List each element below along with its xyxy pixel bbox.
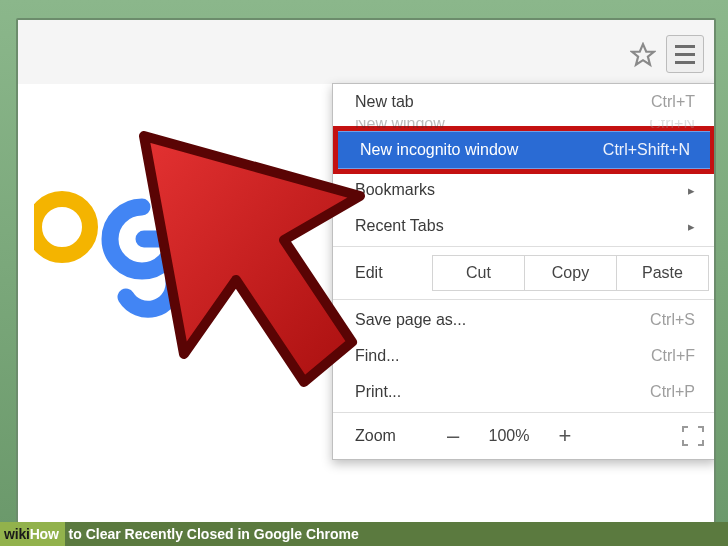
- menu-label: New window: [355, 120, 445, 128]
- edit-paste-button[interactable]: Paste: [616, 255, 709, 291]
- bookmark-star-icon[interactable]: [630, 42, 656, 68]
- menu-shortcut: Ctrl+Shift+N: [603, 141, 690, 159]
- submenu-arrow-icon: ▸: [688, 219, 695, 234]
- menu-item-recent-tabs[interactable]: Recent Tabs ▸: [333, 208, 715, 244]
- menu-label: New incognito window: [360, 141, 518, 159]
- menu-label: New tab: [355, 93, 414, 111]
- fullscreen-icon[interactable]: [681, 425, 705, 447]
- menu-label: Print...: [355, 383, 401, 401]
- brand-wiki: wiki: [4, 526, 30, 542]
- menu-shortcut: Ctrl+P: [650, 383, 695, 401]
- menu-label: Edit: [355, 264, 433, 282]
- menu-item-new-window[interactable]: New window Ctrl+N: [333, 120, 715, 128]
- menu-label: Zoom: [355, 427, 433, 445]
- zoom-out-button[interactable]: –: [433, 426, 473, 446]
- wikihow-badge: wikiHow: [0, 522, 65, 546]
- menu-item-save-page-as[interactable]: Save page as... Ctrl+S: [333, 302, 715, 338]
- submenu-arrow-icon: ▸: [688, 183, 695, 198]
- menu-item-new-incognito-window[interactable]: New incognito window Ctrl+Shift+N: [338, 131, 710, 169]
- caption-bar: wikiHow to Clear Recently Closed in Goog…: [0, 522, 728, 546]
- svg-point-1: [34, 199, 90, 255]
- zoom-value: 100%: [473, 427, 545, 445]
- svg-marker-0: [632, 44, 654, 65]
- menu-item-bookmarks[interactable]: Bookmarks ▸: [333, 172, 715, 208]
- toolbar: [18, 20, 714, 86]
- zoom-in-button[interactable]: +: [545, 426, 585, 446]
- menu-separator: [333, 299, 715, 300]
- menu-label: Save page as...: [355, 311, 466, 329]
- menu-edit-row: Edit Cut Copy Paste: [333, 249, 715, 297]
- menu-separator: [333, 246, 715, 247]
- caption-title: to Clear Recently Closed in Google Chrom…: [69, 526, 359, 542]
- menu-shortcut: Ctrl+F: [651, 347, 695, 365]
- google-logo-partial: [34, 179, 234, 329]
- hamburger-menu-button[interactable]: [666, 35, 704, 73]
- menu-item-find[interactable]: Find... Ctrl+F: [333, 338, 715, 374]
- menu-shortcut: Ctrl+N: [649, 120, 695, 128]
- menu-label: Bookmarks: [355, 181, 435, 199]
- brand-how: How: [30, 526, 59, 542]
- browser-window: New tab Ctrl+T New window Ctrl+N New inc…: [16, 18, 716, 532]
- menu-item-print[interactable]: Print... Ctrl+P: [333, 374, 715, 410]
- edit-cut-button[interactable]: Cut: [432, 255, 525, 291]
- menu-zoom-row: Zoom – 100% +: [333, 415, 715, 459]
- menu-item-new-tab[interactable]: New tab Ctrl+T: [333, 84, 715, 120]
- highlighted-menu-item-frame: New incognito window Ctrl+Shift+N: [333, 126, 715, 174]
- chrome-menu: New tab Ctrl+T New window Ctrl+N New inc…: [332, 83, 716, 460]
- menu-label: Recent Tabs: [355, 217, 444, 235]
- edit-copy-button[interactable]: Copy: [524, 255, 617, 291]
- menu-shortcut: Ctrl+S: [650, 311, 695, 329]
- menu-label: Find...: [355, 347, 399, 365]
- menu-separator: [333, 412, 715, 413]
- menu-shortcut: Ctrl+T: [651, 93, 695, 111]
